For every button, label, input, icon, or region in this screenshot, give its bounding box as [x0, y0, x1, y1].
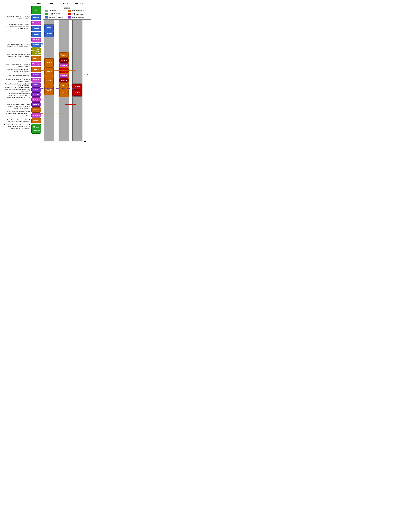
legend-label-mover-d: Assigned to Mover D	[72, 13, 85, 15]
legend-label-mover-c: Assigned to Mover C	[72, 10, 85, 12]
legend-label-mover-e: Assigned to Mover E	[72, 17, 85, 18]
legend-swatch-idle	[45, 10, 48, 12]
block-init: Init.	[31, 6, 41, 14]
block-taske3: Task E3	[31, 92, 41, 97]
block-mover-a-2: Mover A	[31, 43, 41, 47]
thread-header-3: Thread 3	[73, 2, 85, 5]
thread3-mover-d-section: TaskD1 TaskD3	[72, 84, 83, 96]
block-mover-e-2: Mover E	[31, 102, 41, 107]
legend-label-idle: Idle thread	[49, 10, 56, 12]
legend: Legend Idle thread Assigned to Mover C A…	[43, 6, 91, 20]
threads-visual-area: ✕ ✕	[31, 6, 84, 141]
block-threadmgr-1: ThreadMgr.	[31, 21, 41, 25]
block-taskc1-1: TaskC1	[59, 52, 68, 58]
legend-swatch-mover-e	[68, 16, 71, 18]
thread1-idle-bot	[44, 95, 54, 141]
annotations-column: Mover A creates vector of 4 tasks andreq…	[2, 6, 31, 141]
block-threadmgr-t2-2: ThreadMgr.	[59, 74, 68, 77]
block-taska1: TaskA1	[44, 25, 54, 30]
annotation-thread-manager-ascertains: Thread Manager ascertains that nothreads…	[7, 93, 30, 100]
block-cleanup: Cleanupandshutdown	[31, 124, 41, 134]
annotation-mover-a-last-task: Mover A's last task completes. ThreadMan…	[7, 43, 30, 47]
thread1-mover-c-section: TaskC2 TaskC4 TaskC5 TaskC6	[44, 58, 54, 95]
block-threadmgr-4: ThreadMgr.	[31, 77, 41, 82]
annotation-thread-manager-assigns-23: Thread Manager assigns threads 2 and 3to…	[5, 83, 30, 87]
legend-swatch-mover-d	[68, 13, 71, 15]
thread-header-1: Thread 1	[43, 2, 58, 5]
block-mover-c-1: Mover C	[31, 56, 41, 61]
block-taska2: TaskA2	[31, 26, 41, 31]
block-mover-d-2: Mover D	[59, 78, 68, 83]
legend-item-mover-a: Assigned to Mover A	[45, 16, 67, 18]
annotation-thread-manager-launches: Thread Manager launches 4 threads.	[7, 23, 30, 25]
block-taskc7: TaskC7	[59, 89, 68, 96]
annotation-cleanup: Since Mover C was the last mover, contro…	[4, 124, 30, 129]
legend-grid: Idle thread Assigned to Mover C Assigned…	[45, 10, 89, 18]
annotation-mover-b: Mover B makes no requests of ThreadManag…	[7, 54, 30, 57]
block-mover-d-1: Mover D	[59, 58, 68, 63]
legend-label-job-dist: Assigned to Job Distributor	[49, 12, 67, 16]
block-threadmgr-3: ThreadMgr.	[31, 62, 41, 66]
block-taskc5: TaskC5	[44, 77, 54, 85]
legend-swatch-mover-a	[45, 16, 48, 18]
thread-headers: Thread 0 Thread 1 Thread 2 Thread 3	[32, 2, 109, 5]
thread-col-1: TaskA1 TaskA3 TaskC2 TaskC4 TaskC5 TaskC…	[42, 6, 56, 141]
legend-swatch-mover-c	[68, 10, 71, 12]
block-taskd1: TaskD1	[73, 84, 82, 90]
block-taskd2: TaskD2	[59, 68, 68, 73]
block-taskc6: TaskC6	[44, 86, 54, 94]
time-label: Time	[85, 74, 89, 76]
annotation-mover-c-creates: Mover C creates a vector of 7 tasks andr…	[6, 63, 30, 67]
annotation-mover-e-no-idle: Mover C's third task has called Mover E,…	[5, 86, 30, 92]
annotation-mover-d-creates: Mover D makes a vector of 3 tasks andreq…	[6, 78, 30, 82]
block-mover-e-1: Mover E	[31, 73, 41, 77]
block-taskd3: TaskD3	[73, 90, 82, 95]
time-arrow-container: Time	[85, 6, 85, 141]
legend-item-idle: Idle thread	[45, 10, 67, 12]
block-taskc4: TaskC4	[44, 68, 54, 76]
block-mover-b: Mover B(not multi-threaded)	[31, 47, 41, 55]
time-arrowhead	[84, 141, 86, 143]
legend-item-mover-d: Assigned to Mover D	[68, 12, 89, 16]
legend-item-mover-e: Assigned to Mover E	[68, 16, 89, 18]
block-taska4: TaskA4	[31, 32, 41, 37]
block-taske1: Task E1	[31, 83, 41, 87]
block-taskc1-2: TaskC1	[59, 83, 68, 88]
annotation-mover-d-last-task: Mover D's last task completes. ThreadMan…	[7, 103, 30, 109]
thread1-mover-a-section: TaskA1 TaskA3	[44, 25, 54, 37]
thread-col-3: TaskD1 TaskD3	[71, 6, 84, 141]
annotation-mover-a-creates: Mover A creates vector of 4 tasks andreq…	[7, 15, 30, 19]
annotation-thread-manager-assigns-01: Thread Manager assigns threads 0 and 1to…	[5, 26, 30, 29]
legend-label-mover-a: Assigned to Mover A	[49, 17, 63, 18]
block-taskc3-2: TaskC3	[31, 107, 41, 112]
legend-item-job-dist: Assigned to Job Distributor	[45, 12, 67, 16]
thread3-idle-bot	[72, 96, 83, 141]
legend-item-mover-c: Assigned to Mover C	[68, 10, 89, 12]
block-taskc3-1: TaskC3	[31, 67, 41, 72]
block-threadmgr-t2: ThreadMgr.	[59, 63, 68, 67]
annotation-mover-c-first-task: Mover C's first task calls Mover D.	[9, 75, 30, 77]
thread2-idle-bot	[59, 97, 69, 141]
thread2-mover-c-section: TaskC1 Mover D ThreadMgr. TaskD2 ThreadM…	[59, 52, 69, 97]
thread-header-2: Thread 2	[58, 2, 73, 5]
annotation-mover-c-last-task: Mover C's last task completes. Threadman…	[7, 119, 30, 123]
block-threadmgr-5: ThreadMgr.	[31, 97, 41, 102]
annotation-thread-manager-assigns-012: Thread Manager assigns threads 0, 1,and …	[7, 69, 30, 72]
thread-col-0: Init. Mover A ThreadMgr. TaskA2 TaskA4 T…	[31, 6, 42, 141]
thread-header-0: Thread 0	[32, 2, 43, 5]
diagram-container: Thread 0 Thread 1 Thread 2 Thread 3 Lege…	[2, 2, 109, 141]
thread1-idle-mid	[44, 37, 54, 58]
block-threadmgr-2: ThreadMgr.	[31, 38, 41, 42]
block-taske2: Task E2	[31, 87, 41, 92]
annotation-mover-e-last-task: Mover E's last task completes. ThreadMan…	[6, 111, 30, 116]
legend-swatch-job-dist	[45, 13, 48, 15]
block-threadmgr-6: ThreadMgr.	[31, 113, 41, 118]
block-taska3: TaskA3	[44, 31, 54, 36]
block-mover-a-1: Mover A	[31, 15, 41, 20]
legend-title: Legend	[45, 7, 89, 9]
block-mover-c-2: Mover C	[31, 118, 41, 123]
thread-col-2: TaskC1 Mover D ThreadMgr. TaskD2 ThreadM…	[56, 6, 71, 141]
block-taskc2: TaskC2	[44, 58, 54, 67]
